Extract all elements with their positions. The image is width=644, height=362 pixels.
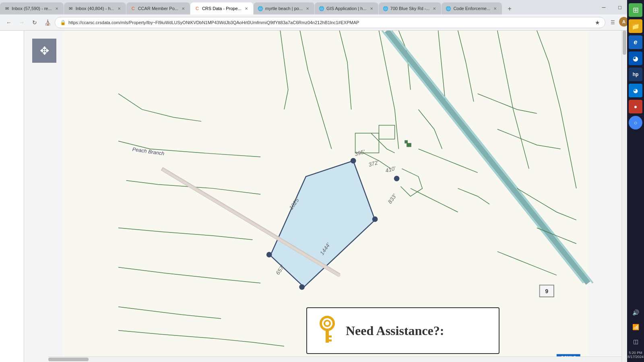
tab-crs-active[interactable]: C CRS Data - Prope... ✕ xyxy=(190,2,253,14)
gmail-icon-2: ✉ xyxy=(68,6,74,11)
tab-gmail-2[interactable]: ✉ Inbox (40,804) - h... ✕ xyxy=(64,2,126,14)
forward-button[interactable]: → xyxy=(16,17,27,28)
compress-icon: ✥ xyxy=(40,44,49,58)
svg-rect-31 xyxy=(329,335,332,337)
taskbar-icons: 🔊 📶 ◫ xyxy=(629,306,642,348)
tab-close-8[interactable]: ✕ xyxy=(492,6,498,11)
svg-point-8 xyxy=(299,284,305,290)
minimize-button[interactable]: – xyxy=(596,0,612,14)
tab-bluesky[interactable]: 🌐 700 Blue Sky Rd -... ✕ xyxy=(379,2,442,14)
svg-rect-30 xyxy=(326,329,329,343)
tab-ccar[interactable]: C CCAR Member Po... ✕ xyxy=(126,2,190,14)
windows-sidebar: ⊞ 📁 e ◕ hp ◕ ● ○ 🔊 📶 ◫ 5:20 PM 8/17/2024 xyxy=(627,0,644,362)
svg-text:9: 9 xyxy=(545,288,549,294)
key-icon xyxy=(315,315,339,347)
map-container[interactable]: 395' 372' 410' 1825' 833' 1444' 657' Pea… xyxy=(24,31,627,362)
chrome-browser-icon[interactable]: ○ xyxy=(629,116,642,130)
assistance-text: Need Assistance?: xyxy=(346,323,444,338)
tab-close-6[interactable]: ✕ xyxy=(369,6,374,11)
ccar-icon: C xyxy=(130,6,136,11)
horizontal-scrollbar[interactable] xyxy=(48,356,621,362)
myrtle-icon: 🌐 xyxy=(258,6,263,11)
bluesky-icon: 🌐 xyxy=(383,6,388,11)
refresh-button[interactable]: ↻ xyxy=(29,17,40,28)
restore-button[interactable]: ◻ xyxy=(612,0,628,14)
nav-bar: ← → ↻ ⛪ 🔒 https://ccarsc.crsdata.com/mls… xyxy=(0,14,644,31)
taskbar-time: 5:20 PM 8/17/2024 xyxy=(627,351,644,359)
tab-myrtle[interactable]: 🌐 myrtle beach | po... ✕ xyxy=(254,2,314,14)
code-icon: 🌐 xyxy=(446,6,451,11)
tab-close-5[interactable]: ✕ xyxy=(305,6,310,11)
extensions-button[interactable]: ☰ xyxy=(607,17,618,28)
lock-icon: 🔒 xyxy=(60,20,66,25)
svg-point-6 xyxy=(394,176,400,181)
address-bar[interactable]: 🔒 https://ccarsc.crsdata.com/mls/Propert… xyxy=(55,17,605,28)
main-content: 395' 372' 410' 1825' 833' 1444' 657' Pea… xyxy=(0,31,627,362)
gmail-icon-1: ✉ xyxy=(4,6,10,11)
home-button[interactable]: ⛪ xyxy=(42,17,53,28)
vertical-scrollbar[interactable] xyxy=(621,31,627,362)
svg-rect-14 xyxy=(407,143,411,147)
action-center-icon[interactable]: ◫ xyxy=(629,335,642,348)
edge-new-icon[interactable]: ◕ xyxy=(629,84,642,97)
star-icon[interactable]: ★ xyxy=(595,19,600,26)
tab-close-7[interactable]: ✕ xyxy=(431,6,437,11)
compress-button[interactable]: ✥ xyxy=(32,39,56,63)
gis-icon: 🌐 xyxy=(319,6,324,11)
assistance-popup: Need Assistance?: xyxy=(306,307,500,354)
svg-rect-32 xyxy=(329,339,332,341)
tab-close-1[interactable]: ✕ xyxy=(54,6,60,11)
tab-label-6: GIS Application | h... xyxy=(326,6,366,11)
volume-icon[interactable]: 🔊 xyxy=(629,306,642,319)
file-explorer-icon[interactable]: 📁 xyxy=(629,19,642,33)
svg-point-5 xyxy=(351,158,356,164)
left-panel xyxy=(0,31,24,362)
edge-browser-icon[interactable]: ◕ xyxy=(629,51,642,65)
tab-gmail-1[interactable]: ✉ Inbox (57,590) - re... ✕ xyxy=(0,2,64,14)
hp-support-icon[interactable]: hp xyxy=(629,68,642,81)
tab-code[interactable]: 🌐 Code Enforceme... ✕ xyxy=(442,2,502,14)
address-url: https://ccarsc.crsdata.com/mls/Property/… xyxy=(68,20,592,25)
back-button[interactable]: ← xyxy=(3,17,14,28)
tab-bar: ✉ Inbox (57,590) - re... ✕ ✉ Inbox (40,8… xyxy=(0,0,644,14)
crs-icon: C xyxy=(194,6,200,11)
tab-close-3[interactable]: ✕ xyxy=(180,6,186,11)
tab-label-3: CCAR Member Po... xyxy=(138,6,178,11)
windows-start-icon[interactable]: ⊞ xyxy=(629,3,642,17)
browser-chrome: ✉ Inbox (57,590) - re... ✕ ✉ Inbox (40,8… xyxy=(0,0,644,31)
tab-label-5: myrtle beach | po... xyxy=(265,6,303,11)
network-icon[interactable]: 📶 xyxy=(629,320,642,334)
tab-label-7: 700 Blue Sky Rd -... xyxy=(390,6,430,11)
circle-icon[interactable]: ● xyxy=(629,100,642,113)
svg-point-33 xyxy=(325,321,329,325)
tab-gis[interactable]: 🌐 GIS Application | h... ✕ xyxy=(315,2,378,14)
tab-close-2[interactable]: ✕ xyxy=(116,6,122,11)
scrollbar-thumb-horizontal[interactable] xyxy=(48,358,89,361)
tab-label-4: CRS Data - Prope... xyxy=(202,6,242,11)
new-tab-button[interactable]: + xyxy=(504,3,515,14)
svg-rect-15 xyxy=(405,140,408,144)
scrollbar-thumb-vertical[interactable] xyxy=(623,31,626,55)
tab-label-8: Code Enforceme... xyxy=(453,6,490,11)
tab-label-1: Inbox (57,590) - re... xyxy=(12,6,52,11)
ie-browser-icon[interactable]: e xyxy=(629,35,642,49)
tab-close-4[interactable]: ✕ xyxy=(244,6,249,11)
tab-label-2: Inbox (40,804) - h... xyxy=(76,6,114,11)
svg-point-9 xyxy=(266,252,272,257)
svg-point-7 xyxy=(372,216,378,222)
